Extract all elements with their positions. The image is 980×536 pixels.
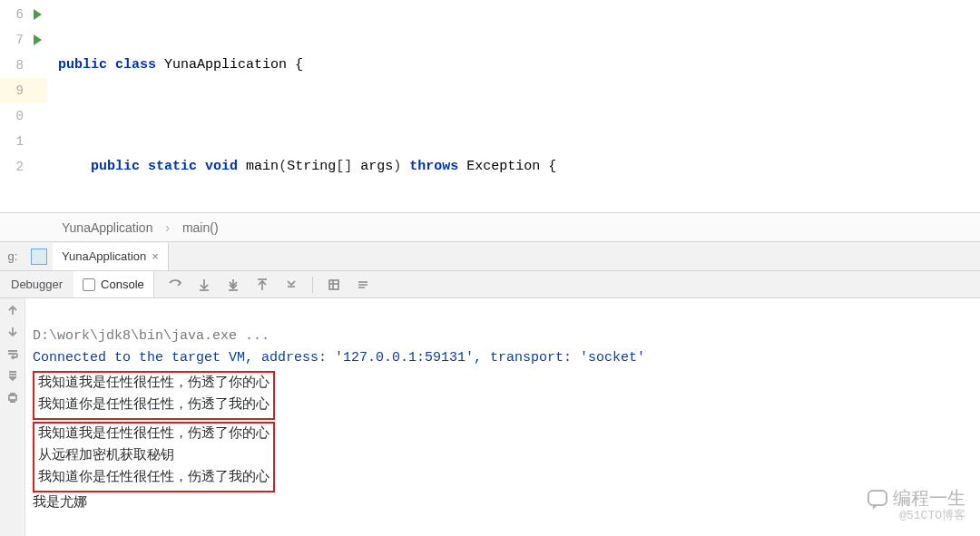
run-tab-strip: g: YunaApplication × bbox=[0, 242, 980, 271]
gutter-line[interactable]: 9 bbox=[0, 78, 47, 103]
breadcrumb[interactable]: YunaApplication › main() bbox=[0, 213, 980, 242]
chevron-right-icon: › bbox=[165, 220, 170, 235]
console-line: 我是尤娜 bbox=[33, 495, 87, 511]
watermark: @51CTO博客 bbox=[899, 505, 965, 527]
window-icon bbox=[31, 249, 47, 265]
console-line: D:\work\jdk8\bin\java.exe ... bbox=[33, 328, 270, 344]
console-gutter bbox=[0, 298, 25, 536]
gutter-line[interactable]: 7 bbox=[0, 27, 47, 53]
gutter-line[interactable]: 6 bbox=[0, 2, 47, 27]
console-output[interactable]: D:\work\jdk8\bin\java.exe ... Connected … bbox=[25, 298, 980, 536]
code-line[interactable]: public class YunaApplication { bbox=[47, 53, 980, 78]
arrow-up-icon[interactable] bbox=[6, 304, 19, 317]
highlight-box: 我知道我是任性很任性，伤透了你的心 从远程加密机获取秘钥 我知道你是任性很任性，… bbox=[33, 422, 275, 492]
chat-bubble-icon bbox=[867, 490, 887, 506]
step-into-icon[interactable] bbox=[196, 277, 212, 293]
console-line: 我知道我是任性很任性，伤透了你的心 bbox=[38, 375, 270, 391]
console-icon bbox=[83, 278, 95, 291]
debug-toolbar: Debugger Console bbox=[0, 271, 980, 298]
scroll-end-icon[interactable] bbox=[6, 369, 19, 382]
svg-rect-1 bbox=[9, 395, 16, 400]
run-panel-label: g: bbox=[0, 249, 25, 263]
breadcrumb-class[interactable]: YunaApplication bbox=[62, 220, 152, 235]
evaluate-icon[interactable] bbox=[355, 277, 371, 293]
console-line: 我知道你是任性很任性，伤透了我的心 bbox=[38, 397, 270, 413]
console-line: 从远程加密机获取秘钥 bbox=[38, 448, 174, 463]
debugger-tab[interactable]: Debugger bbox=[0, 271, 74, 297]
console-line: 我知道你是任性很任性，伤透了我的心 bbox=[38, 470, 270, 485]
code-editor[interactable]: 6 7 8 9 0 1 2 public class YunaApplicati… bbox=[0, 0, 980, 213]
code-line[interactable]: public static void main(String[] args) t… bbox=[47, 154, 980, 180]
editor-gutter: 6 7 8 9 0 1 2 bbox=[0, 0, 47, 212]
force-step-into-icon[interactable] bbox=[225, 277, 241, 293]
console-tab[interactable]: Console bbox=[74, 271, 154, 297]
run-to-cursor-icon[interactable] bbox=[326, 277, 342, 293]
soft-wrap-icon[interactable] bbox=[6, 347, 19, 360]
arrow-down-icon[interactable] bbox=[6, 326, 19, 338]
gutter-line[interactable]: 8 bbox=[0, 53, 47, 78]
gutter-line[interactable]: 0 bbox=[0, 103, 47, 129]
code-body[interactable]: public class YunaApplication { public st… bbox=[47, 0, 980, 212]
drop-frame-icon[interactable] bbox=[283, 277, 299, 293]
breadcrumb-method[interactable]: main() bbox=[182, 220, 219, 235]
separator bbox=[312, 277, 313, 293]
run-config-tab[interactable]: YunaApplication × bbox=[53, 243, 169, 270]
gutter-line[interactable]: 2 bbox=[0, 154, 47, 180]
print-icon[interactable] bbox=[6, 391, 19, 404]
gutter-line[interactable]: 1 bbox=[0, 129, 47, 154]
console-line: Connected to the target VM, address: '12… bbox=[33, 350, 645, 365]
step-out-icon[interactable] bbox=[254, 277, 270, 293]
svg-rect-0 bbox=[329, 280, 338, 289]
highlight-box: 我知道我是任性很任性，伤透了你的心 我知道你是任性很任性，伤透了我的心 bbox=[33, 371, 275, 420]
close-icon[interactable]: × bbox=[152, 243, 159, 270]
console-line: 我知道我是任性很任性，伤透了你的心 bbox=[38, 426, 270, 442]
step-over-icon[interactable] bbox=[167, 277, 183, 293]
